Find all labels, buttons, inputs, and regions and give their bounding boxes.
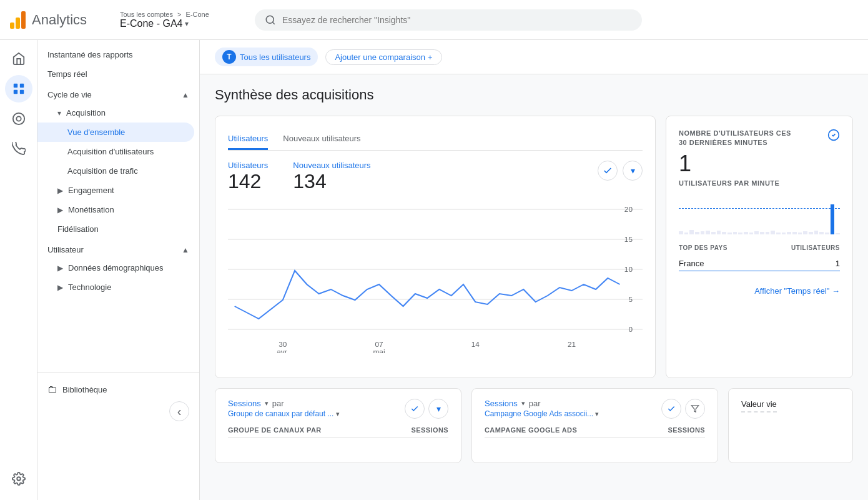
triangle-down-icon: ▾ — [57, 109, 61, 118]
sidebar-item-acquisition[interactable]: ▾ Acquisition — [37, 103, 199, 122]
check-filter-campagne[interactable] — [661, 399, 681, 419]
mini-bar — [722, 232, 726, 234]
chart-area: 20 15 10 5 0 30 avr. 07 mai — [228, 203, 643, 353]
svg-text:mai: mai — [373, 348, 385, 353]
realtime-link[interactable]: Afficher "Temps réel" → — [679, 286, 840, 296]
search-input[interactable] — [282, 15, 632, 25]
sidebar-item-technologie[interactable]: ▶ Technologie — [37, 278, 199, 297]
mini-bars — [679, 197, 840, 234]
sidebar-collapse-button[interactable]: ‹ — [169, 401, 189, 421]
nav-explore[interactable] — [5, 105, 32, 132]
comparison-badge[interactable]: T Tous les utilisateurs — [215, 48, 318, 66]
mini-bar — [695, 232, 699, 234]
chart-tabs: Utilisateurs Nouveaux utilisateurs — [228, 129, 643, 151]
chevron-down-icon: ▾ — [185, 19, 189, 28]
sidebar-item-acquisition-utilisateurs[interactable]: Acquisition d'utilisateurs — [37, 142, 199, 161]
triangle-right-icon: ▶ — [57, 283, 63, 292]
sidebar-item-monetisation[interactable]: ▶ Monétisation — [37, 200, 199, 219]
filter-campagne-button[interactable] — [685, 399, 705, 419]
sidebar-library[interactable]: 🗀 Bibliothèque — [37, 378, 199, 401]
sidebar-item-vue-densemble[interactable]: Vue d'ensemble — [37, 122, 194, 142]
mini-bar — [782, 232, 786, 234]
library-icon: 🗀 — [47, 384, 57, 395]
logo-text: Analytics — [32, 12, 87, 28]
more-canaux-button[interactable]: ▾ — [428, 399, 448, 419]
chart-card: Utilisateurs Nouveaux utilisateurs Utili… — [215, 116, 656, 378]
bottom-card-group-label[interactable]: Groupe de canaux par défaut ... — [228, 409, 333, 418]
dropdown-icon: ▾ — [336, 410, 340, 418]
sidebar-item-engagement[interactable]: ▶ Engagement — [37, 181, 199, 200]
mini-bar — [727, 232, 732, 234]
metric-nouveaux-label[interactable]: Nouveaux utilisateurs — [293, 161, 370, 170]
sidebar-item-fidelisation[interactable]: Fidélisation — [37, 219, 199, 239]
breadcrumb-top: Tous les comptes > E-Cone — [120, 11, 245, 18]
logo-bar-2 — [16, 18, 20, 29]
by-label: par — [529, 399, 541, 408]
check-filter-button[interactable] — [598, 161, 618, 181]
plus-icon: + — [428, 52, 433, 62]
triangle-right-icon: ▶ — [57, 186, 63, 195]
chevron-down-icon: ▾ — [436, 404, 441, 414]
chart-tab-utilisateurs[interactable]: Utilisateurs — [228, 129, 268, 150]
logo-bar-3 — [21, 11, 26, 29]
sidebar-item-donnees-demographiques[interactable]: ▶ Données démographiques — [37, 258, 199, 278]
svg-marker-26 — [691, 406, 699, 412]
mini-bar — [819, 232, 824, 234]
dropdown-icon: ▾ — [595, 410, 599, 418]
add-comparison-button[interactable]: Ajouter une comparaison + — [325, 49, 441, 65]
mini-bar — [836, 233, 840, 234]
comparison-t-icon: T — [222, 50, 236, 64]
check-filter-canaux[interactable] — [405, 399, 425, 419]
realtime-footer: Afficher "Temps réel" → — [679, 286, 840, 296]
comparison-bar: T Tous les utilisateurs Ajouter une comp… — [200, 40, 868, 74]
bottom-card-actions: ▾ — [405, 399, 448, 419]
mini-bar-chart — [679, 197, 840, 234]
svg-point-7 — [16, 116, 21, 121]
metric-utilisateurs-label[interactable]: Utilisateurs — [228, 161, 268, 170]
sidebar-section-label: Utilisateur — [47, 245, 84, 254]
bottom-card-header-campagne: Sessions ▾ par Campagne Google Ads assoc… — [485, 399, 705, 419]
svg-rect-4 — [13, 90, 17, 94]
nav-home[interactable] — [5, 45, 32, 72]
mini-bar — [771, 231, 775, 234]
sidebar-item-acquisition-trafic[interactable]: Acquisition de trafic — [37, 161, 199, 181]
chart-actions: ▾ — [598, 161, 643, 181]
valeur-vie-title[interactable]: Valeur vie — [741, 399, 777, 412]
bottom-card-campaign-label[interactable]: Campagne Google Ads associi... — [485, 409, 593, 418]
sidebar-section-utilisateur[interactable]: Utilisateur ▲ — [37, 239, 199, 258]
breadcrumb-parent[interactable]: Tous les comptes — [120, 11, 173, 18]
sessions-label[interactable]: Sessions — [485, 399, 518, 408]
comparison-label: Tous les utilisateurs — [240, 52, 310, 62]
sidebar-item-instantane[interactable]: Instantané des rapports — [37, 45, 199, 64]
sidebar-section-label: Cycle de vie — [47, 90, 92, 99]
nav-reports[interactable] — [5, 75, 32, 102]
mini-bar — [792, 232, 797, 234]
by-label: par — [272, 399, 284, 408]
logo-bar-1 — [10, 22, 14, 29]
chart-more-button[interactable]: ▾ — [623, 161, 643, 181]
metric-nouveaux-value: 134 — [293, 170, 370, 193]
triangle-right-icon: ▶ — [57, 264, 63, 272]
sidebar-item-temps-reel[interactable]: Temps réel — [37, 64, 199, 84]
sidebar-item-label: Données démographiques — [68, 263, 164, 272]
svg-text:15: 15 — [624, 236, 633, 243]
nav-advertising[interactable] — [5, 135, 32, 162]
add-comparison-label: Ajouter une comparaison — [335, 52, 425, 62]
svg-point-6 — [12, 113, 24, 124]
sidebar-section-cycle-de-vie[interactable]: Cycle de vie ▲ — [37, 84, 199, 103]
account-selector[interactable]: E-Cone - GA4 ▾ — [120, 18, 245, 29]
breadcrumb-child[interactable]: E-Cone — [186, 11, 209, 18]
realtime-col-countries: TOP DES PAYS — [679, 244, 727, 251]
svg-point-8 — [17, 477, 21, 481]
triangle-right-icon: ▶ — [57, 206, 63, 214]
svg-text:07: 07 — [375, 341, 383, 348]
app-body: Instantané des rapports Temps réel Cycle… — [0, 40, 868, 500]
nav-settings[interactable] — [5, 465, 32, 492]
logo-icon — [10, 11, 26, 29]
chart-tab-nouveaux[interactable]: Nouveaux utilisateurs — [283, 129, 360, 150]
sidebar-item-label: Monétisation — [68, 205, 114, 214]
icon-nav-bottom — [5, 465, 32, 500]
chevron-down-icon: ▾ — [631, 166, 635, 176]
sessions-label[interactable]: Sessions — [228, 399, 261, 408]
search-bar[interactable] — [255, 9, 642, 31]
